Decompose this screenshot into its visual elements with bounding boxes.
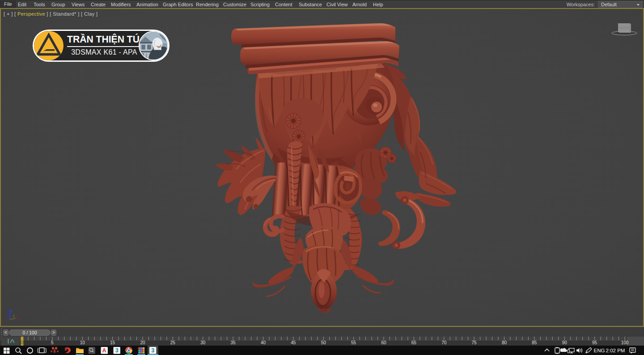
svg-text:75: 75 [472, 340, 477, 345]
svg-text:3: 3 [115, 347, 119, 354]
svg-text:85: 85 [532, 340, 537, 345]
svg-text:15: 15 [110, 340, 115, 345]
svg-text:ENG: ENG [594, 348, 605, 353]
svg-text:70: 70 [441, 340, 447, 345]
svg-text:65: 65 [411, 340, 417, 345]
svg-text:60: 60 [381, 340, 386, 345]
svg-text:90: 90 [562, 340, 568, 345]
svg-text:80: 80 [502, 340, 507, 345]
svg-text:95: 95 [592, 340, 597, 345]
svg-text:35: 35 [231, 340, 236, 345]
svg-text:A: A [102, 347, 106, 354]
svg-text:40: 40 [261, 340, 266, 345]
svg-text:50: 50 [321, 340, 326, 345]
svg-text:z: z [11, 309, 13, 313]
svg-text:3: 3 [151, 347, 154, 354]
svg-text:y: y [13, 313, 15, 317]
svg-text:5: 5 [51, 340, 54, 345]
svg-text:2:02 PM: 2:02 PM [606, 348, 625, 353]
svg-text:55: 55 [351, 340, 356, 345]
svg-text:30: 30 [200, 340, 206, 345]
svg-text:20: 20 [140, 340, 145, 345]
svg-text:x: x [18, 317, 20, 321]
svg-text:10: 10 [80, 340, 85, 345]
svg-text:25: 25 [170, 340, 176, 345]
svg-text:45: 45 [291, 340, 296, 345]
svg-text:0: 0 [21, 340, 24, 345]
svg-text:FRONT: FRONT [619, 26, 629, 30]
svg-text:100: 100 [621, 340, 629, 345]
